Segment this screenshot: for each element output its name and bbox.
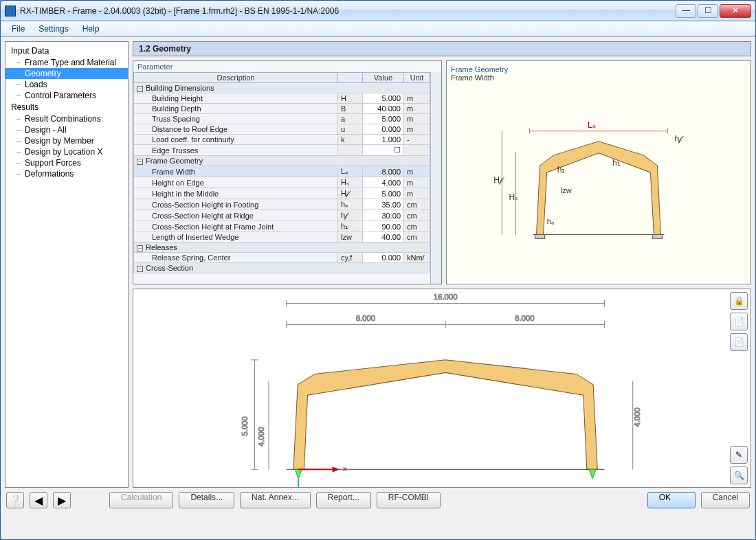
svg-text:H𝒻: H𝒻 <box>493 175 504 185</box>
maximize-button[interactable]: ☐ <box>698 4 718 18</box>
tree-item-design-by-locationx[interactable]: Design by Location X <box>5 146 128 157</box>
svg-text:x: x <box>343 464 347 473</box>
svg-text:Lₐ: Lₐ <box>588 120 596 130</box>
svg-text:8.000: 8.000 <box>515 314 534 322</box>
frame-elevation-diagram[interactable]: 16.000 8.000 8.000 5.000 4.000 4.000 <box>133 289 751 488</box>
calculation-button[interactable]: Calculation <box>109 492 173 508</box>
minimize-button[interactable]: — <box>676 4 696 18</box>
param-row[interactable]: Distance to Roof Edgeu0.000m <box>134 124 430 135</box>
param-row[interactable]: Release Spring, Centercy,f0.000kNm/ <box>134 253 430 263</box>
prev-icon[interactable]: ◀ <box>30 492 47 508</box>
close-button[interactable]: ✕ <box>720 4 751 18</box>
param-row[interactable]: Load coeff. for continuityk1.000- <box>134 135 430 145</box>
menu-help[interactable]: Help <box>76 23 107 35</box>
svg-text:h𝒻: h𝒻 <box>675 134 685 144</box>
tree-item-control-parameters[interactable]: Control Parameters <box>5 90 128 101</box>
parameter-table-caption: Parameter <box>133 61 441 72</box>
svg-text:Hₛ: Hₛ <box>509 192 518 202</box>
param-row[interactable]: Height on EdgeHₛ4.000m <box>134 177 430 188</box>
menubar: File Settings Help <box>1 21 755 36</box>
rfcombi-button[interactable]: RF-COMBI <box>377 492 441 508</box>
details-button[interactable]: Details... <box>179 492 234 508</box>
svg-text:h₁: h₁ <box>557 165 566 175</box>
svg-text:4.000: 4.000 <box>633 407 641 427</box>
svg-text:4.000: 4.000 <box>257 427 265 447</box>
tree-item-result-combinations[interactable]: Result Combinations <box>5 113 128 124</box>
tree-item-design-by-member[interactable]: Design by Member <box>5 135 128 146</box>
svg-text:5.000: 5.000 <box>241 416 249 436</box>
window-title: RX-TIMBER - Frame - 2.04.0003 (32bit) - … <box>20 6 676 16</box>
svg-text:hₐ: hₐ <box>547 217 554 225</box>
svg-text:8.000: 8.000 <box>356 314 375 322</box>
param-row[interactable]: Edge Trusses☐ <box>134 145 430 156</box>
footer-bar: ❔ ◀ ▶ Calculation Details... Nat. Annex.… <box>5 488 751 510</box>
param-row[interactable]: Cross-Section Height at Ridgeh𝒻30.00cm <box>134 210 430 221</box>
parameter-table[interactable]: Parameter DescriptionValueUnit−Building … <box>133 60 442 284</box>
report-button[interactable]: Report... <box>316 492 371 508</box>
tool-icon[interactable]: ✎ <box>730 446 748 464</box>
cancel-button[interactable]: Cancel <box>701 492 750 508</box>
tree-item-deformations[interactable]: Deformations <box>5 168 128 179</box>
menu-settings[interactable]: Settings <box>32 23 75 35</box>
svg-marker-37 <box>589 469 596 478</box>
tree-item-design-all[interactable]: Design - All <box>5 124 128 135</box>
titlebar: RX-TIMBER - Frame - 2.04.0003 (32bit) - … <box>1 1 755 21</box>
page-icon-1[interactable]: 📄 <box>730 313 748 330</box>
svg-text:lzw: lzw <box>561 186 572 194</box>
info-title: Frame Geometry <box>451 65 746 74</box>
svg-text:h₁: h₁ <box>612 158 621 168</box>
tree-group-input: Input Data <box>5 45 128 57</box>
svg-rect-6 <box>535 234 545 238</box>
param-row[interactable]: Length of Inserted Wedgelzw40.00cm <box>134 232 430 243</box>
svg-rect-7 <box>652 234 662 238</box>
page-icon-2[interactable]: 📄 <box>730 333 748 351</box>
tree-item-loads[interactable]: Loads <box>5 79 128 90</box>
menu-file[interactable]: File <box>5 23 32 35</box>
param-row[interactable]: Height in the MiddleH𝒻5.000m <box>134 188 430 199</box>
tree-item-frame-type[interactable]: Frame Type and Material <box>5 57 128 68</box>
magnifier-icon[interactable]: 🔍 <box>730 466 748 484</box>
svg-marker-40 <box>333 466 340 472</box>
scrollbar[interactable] <box>430 72 441 284</box>
lock-icon[interactable]: 🔒 <box>730 292 748 310</box>
section-title: 1.2 Geometry <box>133 41 751 56</box>
param-row[interactable]: Truss Spacinga5.000m <box>134 114 430 124</box>
param-row[interactable]: Cross-Section Height at Frame Jointh₁90.… <box>134 221 430 232</box>
frame-reference-diagram: Lₐ h𝒻 H𝒻 Hₛ h₁ lzw hₐ h₁ <box>454 82 744 277</box>
tree-item-geometry[interactable]: Geometry <box>5 68 128 79</box>
ok-button[interactable]: OK <box>647 492 696 508</box>
param-row[interactable]: Frame WidthLₐ8.000m <box>134 166 430 177</box>
help-icon[interactable]: ❔ <box>6 492 24 508</box>
tree-group-results: Results <box>5 101 128 113</box>
param-row[interactable]: Building HeightH5.000m <box>134 93 430 104</box>
nat-annex-button[interactable]: Nat. Annex... <box>240 492 311 508</box>
info-subtitle: Frame Width <box>451 74 746 82</box>
nav-tree[interactable]: Input Data Frame Type and Material Geome… <box>5 41 129 488</box>
next-icon[interactable]: ▶ <box>53 492 71 508</box>
svg-marker-36 <box>295 469 302 478</box>
tree-item-support-forces[interactable]: Support Forces <box>5 157 128 168</box>
info-panel: Frame Geometry Frame Width <box>446 60 751 284</box>
param-row[interactable]: Building DepthB40.000m <box>134 104 430 114</box>
app-icon <box>5 5 16 16</box>
param-row[interactable]: Cross-Section Height in Footinghₐ35.00cm <box>134 199 430 210</box>
svg-text:16.000: 16.000 <box>434 293 458 301</box>
